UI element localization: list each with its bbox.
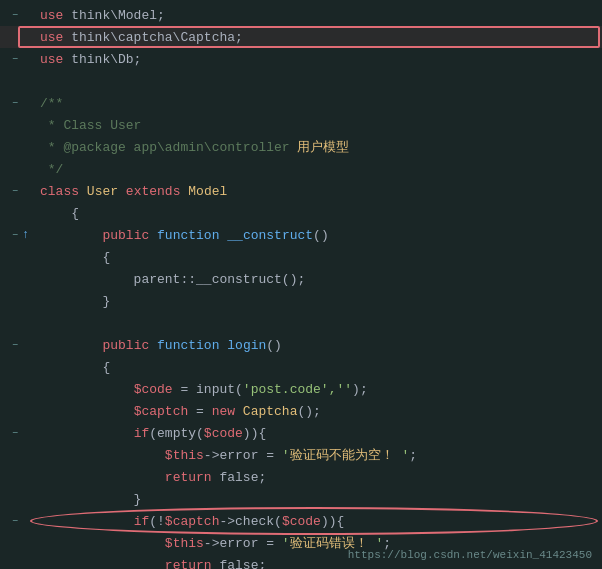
token-kw-return: return xyxy=(165,470,212,485)
line-content: use think\captcha\Captcha; xyxy=(36,30,602,45)
token-kw-public: public xyxy=(102,338,149,353)
line-content: } xyxy=(36,492,602,507)
token-plain xyxy=(40,558,165,570)
token-kw-if: if xyxy=(134,514,150,529)
code-line: * @package app\admin\controller 用户模型 xyxy=(0,136,602,158)
token-plain: )){ xyxy=(243,426,266,441)
line-content: class User extends Model xyxy=(36,184,602,199)
token-var: $captch xyxy=(134,404,189,419)
token-kw-use: use xyxy=(40,52,63,67)
token-var: $code xyxy=(134,382,173,397)
line-content: { xyxy=(36,360,602,375)
token-plain: )){ xyxy=(321,514,344,529)
fold-icon xyxy=(8,30,22,44)
code-line: { xyxy=(0,246,602,268)
line-content: public function __construct() xyxy=(36,228,602,243)
token-method: login xyxy=(227,338,266,353)
token-plain: { xyxy=(40,360,110,375)
fold-icon xyxy=(8,250,22,264)
token-plain: () xyxy=(266,338,282,353)
code-line: { xyxy=(0,356,602,378)
token-plain: { xyxy=(40,206,79,221)
token-plain: ->error = xyxy=(204,448,282,463)
code-line: −use think\Model; xyxy=(0,4,602,26)
code-line: } xyxy=(0,488,602,510)
token-comment: * Class User xyxy=(40,118,141,133)
code-line: − if(empty($code)){ xyxy=(0,422,602,444)
fold-icon xyxy=(8,74,22,88)
fold-icon xyxy=(8,140,22,154)
line-content: * Class User xyxy=(36,118,602,133)
line-content: * @package app\admin\controller 用户模型 xyxy=(36,138,602,156)
line-content: $code = input('post.code',''); xyxy=(36,382,602,397)
token-plain: false; xyxy=(212,470,267,485)
line-content: use think\Db; xyxy=(36,52,602,67)
code-line xyxy=(0,312,602,334)
token-plain: () xyxy=(313,228,329,243)
token-plain xyxy=(40,382,134,397)
token-class-name: User xyxy=(87,184,118,199)
line-content: { xyxy=(36,250,602,265)
token-kw-use: use xyxy=(40,8,63,23)
line-content: */ xyxy=(36,162,602,177)
token-error-chinese: 验证码不能为空！ xyxy=(290,448,394,463)
fold-icon xyxy=(8,470,22,484)
token-kw-public: public xyxy=(102,228,149,243)
token-plain xyxy=(40,404,134,419)
code-line: $this->error = '验证码不能为空！ '; xyxy=(0,444,602,466)
token-kw-class: class xyxy=(40,184,79,199)
token-var: $this xyxy=(165,536,204,551)
token-plain: ->error = xyxy=(204,536,282,551)
token-var: $this xyxy=(165,448,204,463)
token-kw-new: new xyxy=(212,404,235,419)
fold-icon: − xyxy=(8,426,22,440)
fold-icon xyxy=(8,316,22,330)
token-string: ' xyxy=(282,536,290,551)
code-line: */ xyxy=(0,158,602,180)
fold-icon xyxy=(8,558,22,569)
line-content: public function login() xyxy=(36,338,602,353)
fold-icon: − xyxy=(8,338,22,352)
line-content: if(empty($code)){ xyxy=(36,426,602,441)
token-plain: (! xyxy=(149,514,165,529)
token-comment: /** xyxy=(40,96,63,111)
token-plain: think\Db; xyxy=(63,52,141,67)
token-plain xyxy=(40,470,165,485)
fold-icon xyxy=(8,404,22,418)
token-plain xyxy=(40,536,165,551)
code-line: $captch = new Captcha(); xyxy=(0,400,602,422)
token-comment: */ xyxy=(40,162,63,177)
token-plain: = input( xyxy=(173,382,243,397)
token-var: $captch xyxy=(165,514,220,529)
token-plain: think\Model; xyxy=(63,8,164,23)
fold-icon xyxy=(8,206,22,220)
token-plain: (); xyxy=(297,404,320,419)
token-plain xyxy=(40,514,134,529)
fold-icon xyxy=(8,118,22,132)
token-string: ' xyxy=(282,448,290,463)
token-plain xyxy=(40,338,102,353)
token-var: $code xyxy=(204,426,243,441)
line-content: } xyxy=(36,294,602,309)
code-line: } xyxy=(0,290,602,312)
token-string: ' xyxy=(394,448,410,463)
token-plain: = xyxy=(188,404,211,419)
token-plain: ->check( xyxy=(219,514,281,529)
token-plain xyxy=(149,228,157,243)
line-content: return false; xyxy=(36,470,602,485)
token-plain: } xyxy=(40,492,141,507)
token-chinese: 用户模型 xyxy=(297,140,349,155)
token-plain: false; xyxy=(212,558,267,570)
code-line: * Class User xyxy=(0,114,602,136)
token-plain: ); xyxy=(352,382,368,397)
code-line: −use think\Db; xyxy=(0,48,602,70)
code-container: −use think\Model;use think\captcha\Captc… xyxy=(0,0,602,569)
code-line: − if(!$captch->check($code)){ xyxy=(0,510,602,532)
line-content: /** xyxy=(36,96,602,111)
fold-icon: − xyxy=(8,184,22,198)
fold-icon: − xyxy=(8,8,22,22)
line-content: $captch = new Captcha(); xyxy=(36,404,602,419)
code-line: use think\captcha\Captcha; xyxy=(0,26,602,48)
fold-icon xyxy=(8,448,22,462)
code-line: −/** xyxy=(0,92,602,114)
